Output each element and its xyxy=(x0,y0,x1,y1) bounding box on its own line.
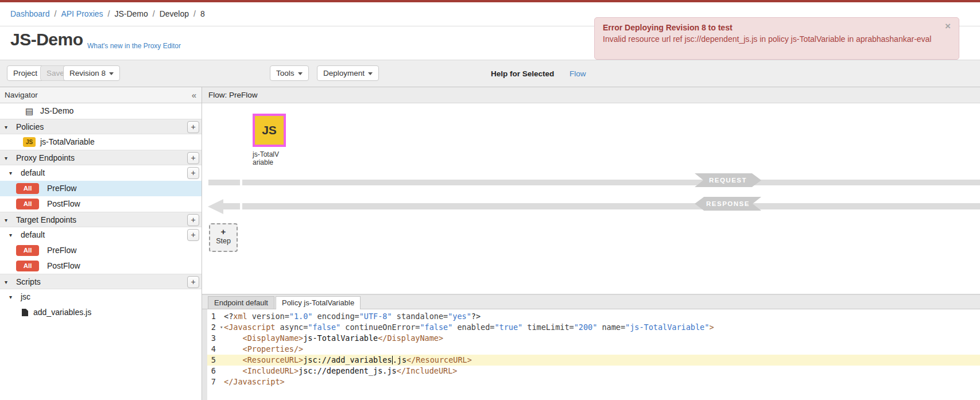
add-scripts-button[interactable]: + xyxy=(187,276,199,288)
code-line-4[interactable]: 4 <Properties/> xyxy=(202,344,980,355)
code-line-text: </Javascript> xyxy=(219,377,285,386)
code-editor-panel: Endpoint defaultPolicy js-TotalVariable … xyxy=(202,294,980,400)
code-line-2[interactable]: 2▾<Javascript async="false" continueOnEr… xyxy=(202,322,980,333)
breadcrumb-separator: / xyxy=(108,9,110,18)
fold-caret-icon[interactable]: ▾ xyxy=(220,322,223,333)
code-line-5[interactable]: 5 <ResourceURL>jsc://add_variables.js</R… xyxy=(202,355,980,366)
whats-new-link[interactable]: What's new in the Proxy Editor xyxy=(87,42,181,50)
code-line-text: <IncludeURL>jsc://dependent_js.js</Inclu… xyxy=(219,366,457,375)
policy-node-js-totalvariable[interactable]: JS xyxy=(253,114,286,147)
response-arrow-icon xyxy=(208,199,223,214)
nav-label: Scripts xyxy=(16,274,41,290)
all-condition-badge: All xyxy=(16,199,39,209)
tab-policy-js-totalvariable[interactable]: Policy js-TotalVariable xyxy=(276,296,361,309)
editor-gutter-strip xyxy=(202,309,207,400)
nav-label: jsc xyxy=(21,289,30,305)
nav-label: PreFlow xyxy=(47,243,76,258)
nav-item-add-variables-js[interactable]: add_variables.js xyxy=(0,305,202,320)
code-area[interactable]: 1<?xml version="1.0" encoding="UTF-8" st… xyxy=(202,309,980,400)
response-flow-bar xyxy=(242,203,980,209)
nav-group-jsc[interactable]: ▾jsc xyxy=(0,289,202,305)
breadcrumb-8: 8 xyxy=(200,9,205,18)
nav-label: JS-Demo xyxy=(40,103,73,119)
collapse-sidebar-icon[interactable]: « xyxy=(192,87,196,103)
code-line-text: <?xml version="1.0" encoding="UTF-8" sta… xyxy=(219,312,481,321)
error-toast-message: Invalid resource url ref jsc://dependent… xyxy=(603,33,942,45)
nav-label: Target Endpoints xyxy=(16,212,76,228)
breadcrumb-dashboard[interactable]: Dashboard xyxy=(10,9,50,18)
proxy-icon: ▤ xyxy=(25,103,33,119)
breadcrumb-js-demo: JS-Demo xyxy=(114,9,148,18)
navigator-tree: ▤JS-Demo▾Policies+JSjs-TotalVariable▾Pro… xyxy=(0,103,202,320)
nav-flow-proxy-preflow[interactable]: AllPreFlow xyxy=(0,181,202,196)
close-icon[interactable]: × xyxy=(945,21,951,32)
flow-panel: Flow: PreFlow JS js-TotalV ariable REQUE… xyxy=(202,87,980,294)
caret-down-icon: ▾ xyxy=(9,165,12,181)
response-ribbon-label: RESPONSE xyxy=(695,197,761,211)
breadcrumb-api-proxies[interactable]: API Proxies xyxy=(61,9,103,18)
nav-section-policies[interactable]: ▾Policies+ xyxy=(0,119,202,134)
all-condition-badge: All xyxy=(16,245,39,256)
response-flow-bar-segment xyxy=(223,203,240,209)
breadcrumb: Dashboard/API Proxies/JS-Demo/Develop/8 xyxy=(10,2,205,26)
caret-down-icon xyxy=(298,72,303,75)
nav-section-proxy-endpoints[interactable]: ▾Proxy Endpoints+ xyxy=(0,150,202,165)
add-target-endpoints-button[interactable]: + xyxy=(187,214,199,226)
nav-group-proxy-default[interactable]: ▾default+ xyxy=(0,165,202,181)
plus-icon: + xyxy=(210,227,237,236)
code-line-text: <DisplayName>js-TotalVariable</DisplayNa… xyxy=(219,333,443,343)
code-line-3[interactable]: 3 <DisplayName>js-TotalVariable</Display… xyxy=(202,333,980,344)
file-icon xyxy=(22,309,28,316)
request-flow-bar xyxy=(242,180,980,185)
nav-label: PreFlow xyxy=(47,181,76,196)
add-policies-button[interactable]: + xyxy=(187,121,199,133)
breadcrumb-separator: / xyxy=(193,9,196,18)
code-line-6[interactable]: 6 <IncludeURL>jsc://dependent_js.js</Inc… xyxy=(202,366,980,376)
request-flow-bar-segment xyxy=(208,180,240,185)
error-toast: × Error Deploying Revision 8 to test Inv… xyxy=(594,17,959,60)
request-ribbon-label: REQUEST xyxy=(695,173,761,187)
nav-item-js-demo[interactable]: ▤JS-Demo xyxy=(0,103,202,119)
add-target-default-button[interactable]: + xyxy=(187,229,199,241)
error-toast-title: Error Deploying Revision 8 to test xyxy=(603,23,951,32)
nav-label: js-TotalVariable xyxy=(40,134,95,150)
code-line-text: <Properties/> xyxy=(219,344,303,354)
code-line-7[interactable]: 7</Javascript> xyxy=(202,376,980,387)
help-for-selected-label: Help for Selected xyxy=(491,60,554,87)
toolbar: Project Save Revision 8 Tools Deployment… xyxy=(0,60,980,87)
nav-item-js-totalvariable[interactable]: JSjs-TotalVariable xyxy=(0,134,202,150)
add-proxy-default-button[interactable]: + xyxy=(187,167,199,179)
all-condition-badge: All xyxy=(16,261,39,271)
nav-flow-target-postflow[interactable]: AllPostFlow xyxy=(0,258,202,274)
navigator-title: Navigator xyxy=(5,91,38,99)
nav-label: default xyxy=(21,165,45,181)
breadcrumb-separator: / xyxy=(55,9,57,18)
add-proxy-endpoints-button[interactable]: + xyxy=(187,152,199,164)
flow-help-link[interactable]: Flow xyxy=(570,60,586,87)
deployment-button[interactable]: Deployment xyxy=(317,65,379,81)
add-step-button[interactable]: + Step xyxy=(209,223,238,252)
nav-section-target-endpoints[interactable]: ▾Target Endpoints+ xyxy=(0,212,202,227)
caret-down-icon: ▾ xyxy=(9,227,12,243)
apigee-proxy-editor: Dashboard/API Proxies/JS-Demo/Develop/8 … xyxy=(0,0,980,400)
policy-node-label: js-TotalV ariable xyxy=(253,150,279,166)
page-title: JS-Demo xyxy=(10,30,83,49)
navigator-header: Navigator « xyxy=(0,87,202,103)
tools-button[interactable]: Tools xyxy=(270,65,309,81)
nav-label: Proxy Endpoints xyxy=(16,150,75,166)
code-line-text: <Javascript async="false" continueOnErro… xyxy=(219,323,714,332)
nav-label: PostFlow xyxy=(47,196,80,212)
flow-header: Flow: PreFlow xyxy=(202,87,980,103)
nav-label: PostFlow xyxy=(47,258,80,274)
nav-flow-proxy-postflow[interactable]: AllPostFlow xyxy=(0,196,202,212)
code-line-text: <ResourceURL>jsc://add_variables.js</Res… xyxy=(219,355,472,364)
nav-flow-target-preflow[interactable]: AllPreFlow xyxy=(0,243,202,258)
code-line-1[interactable]: 1<?xml version="1.0" encoding="UTF-8" st… xyxy=(202,311,980,322)
tab-endpoint-default[interactable]: Endpoint default xyxy=(208,296,274,309)
nav-group-target-default[interactable]: ▾default+ xyxy=(0,227,202,243)
nav-section-scripts[interactable]: ▾Scripts+ xyxy=(0,274,202,289)
caret-down-icon xyxy=(368,72,373,75)
revision-button[interactable]: Revision 8 xyxy=(63,65,120,81)
breadcrumb-develop: Develop xyxy=(160,9,189,18)
caret-down-icon: ▾ xyxy=(5,119,7,135)
